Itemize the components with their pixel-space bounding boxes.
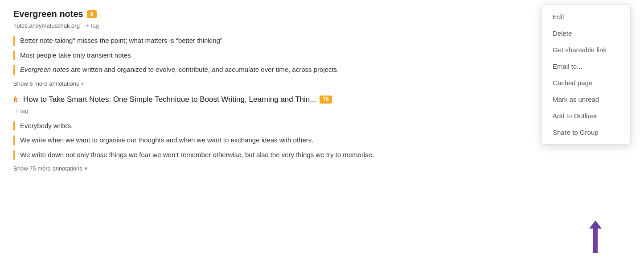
- annotation-text: Everybody writes.: [20, 121, 73, 131]
- second-article-meta: + tag: [13, 107, 477, 115]
- show-more-label: Show 6 more annotations: [13, 80, 79, 87]
- arrow-shaft: [593, 229, 598, 253]
- first-article-meta: notes.andymatuschak.org + tag: [13, 22, 477, 29]
- context-menu-item-get-shareable-link[interactable]: Get shareable link: [542, 42, 630, 58]
- context-menu-item-email-to[interactable]: Email to...: [542, 58, 630, 75]
- second-article-title-row: k How to Take Smart Notes: One Simple Te…: [13, 95, 477, 104]
- annotation-item: Better note-taking" misses the point; wh…: [13, 36, 477, 46]
- annotation-text: We write down not only those things we f…: [20, 150, 374, 160]
- context-menu-item-add-to-outliner[interactable]: Add to Outliner: [542, 108, 630, 124]
- annotation-bar: [13, 65, 15, 75]
- annotation-bar: [13, 36, 15, 46]
- show-more-annotations-first[interactable]: Show 6 more annotations ∨: [13, 80, 84, 87]
- chevron-down-icon: ∨: [81, 81, 84, 87]
- annotation-bar: [13, 121, 15, 131]
- annotation-text: Better note-taking" misses the point; wh…: [20, 36, 222, 46]
- arrow-container: [589, 220, 602, 253]
- annotation-item: Evergreen notes are written and organize…: [13, 65, 477, 75]
- context-menu: EditDeleteGet shareable linkEmail to...C…: [541, 4, 631, 145]
- second-article-title: How to Take Smart Notes: One Simple Tech…: [23, 95, 316, 104]
- second-article-badge: 78: [320, 96, 332, 104]
- main-content: Evergreen notes 9 notes.andymatuschak.or…: [0, 0, 490, 189]
- annotation-text: Most people take only transient notes: [20, 50, 131, 61]
- annotation-item: We write when we want to organise our th…: [13, 135, 477, 146]
- annotation-bar: [13, 50, 15, 61]
- first-article-title: Evergreen notes: [13, 9, 83, 19]
- context-menu-item-cached-page[interactable]: Cached page: [542, 75, 630, 91]
- annotation-item: Everybody writes.: [13, 121, 477, 131]
- first-article-annotations: Better note-taking" misses the point; wh…: [13, 36, 477, 75]
- second-article: k How to Take Smart Notes: One Simple Te…: [13, 95, 477, 172]
- arrow-up-icon: [589, 220, 602, 229]
- second-article-tag-button[interactable]: + tag: [13, 107, 30, 115]
- chevron-down-icon: ∨: [84, 166, 88, 171]
- first-article-title-row: Evergreen notes 9: [13, 9, 477, 19]
- annotation-item: We write down not only those things we f…: [13, 150, 477, 160]
- show-more-label: Show 75 more annotations: [13, 165, 82, 172]
- first-article-badge: 9: [87, 10, 97, 18]
- annotation-text: Evergreen notes are written and organize…: [20, 65, 339, 75]
- annotation-item: Most people take only transient notes: [13, 50, 477, 61]
- second-article-annotations: Everybody writes. We write when we want …: [13, 121, 477, 160]
- first-article-domain[interactable]: notes.andymatuschak.org: [13, 22, 80, 29]
- annotation-bar: [13, 135, 15, 146]
- context-menu-item-delete[interactable]: Delete: [542, 25, 630, 42]
- first-article-tag-button[interactable]: + tag: [84, 22, 101, 29]
- kindle-icon: k: [13, 95, 18, 104]
- context-menu-item-edit[interactable]: Edit: [542, 8, 630, 25]
- context-menu-item-mark-as-unread[interactable]: Mark as unread: [542, 91, 630, 108]
- annotation-bar: [13, 150, 15, 160]
- show-more-annotations-second[interactable]: Show 75 more annotations ∨: [13, 165, 88, 172]
- context-menu-item-share-to-group[interactable]: Share to Group: [542, 124, 630, 141]
- annotation-text: We write when we want to organise our th…: [20, 135, 313, 146]
